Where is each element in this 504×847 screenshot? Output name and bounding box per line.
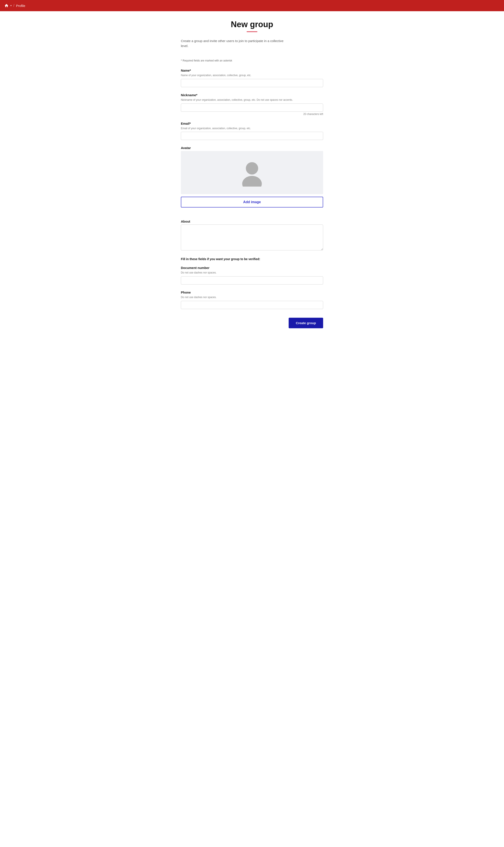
email-input[interactable]	[181, 132, 323, 140]
document-number-label: Document number	[181, 266, 323, 270]
about-label: About	[181, 219, 323, 223]
svg-point-0	[246, 162, 258, 175]
nickname-input[interactable]	[181, 104, 323, 112]
page-title: New group	[181, 20, 323, 29]
email-label: Email*	[181, 122, 323, 125]
avatar-field-group: Avatar Add image	[181, 146, 323, 213]
phone-label: Phone	[181, 290, 323, 294]
email-field-group: Email* Email of your organization, assoc…	[181, 122, 323, 140]
avatar-placeholder-icon	[238, 159, 266, 187]
about-textarea[interactable]	[181, 225, 323, 250]
create-group-button[interactable]: Create group	[289, 318, 323, 328]
main-content: New group Create a group and invite othe…	[177, 11, 327, 346]
breadcrumb[interactable]: Profile	[16, 4, 25, 7]
name-input[interactable]	[181, 79, 323, 87]
nickname-hint: Nickname of your organization, associati…	[181, 98, 323, 102]
phone-input[interactable]	[181, 301, 323, 309]
name-label: Name*	[181, 69, 323, 72]
nickname-field-group: Nickname* Nickname of your organization,…	[181, 93, 323, 116]
char-count: 20 characters left	[181, 112, 323, 116]
svg-point-1	[242, 176, 262, 187]
document-number-input[interactable]	[181, 276, 323, 284]
header-separator: /	[13, 4, 14, 7]
name-hint: Name of your organization, association, …	[181, 73, 323, 77]
name-field-group: Name* Name of your organization, associa…	[181, 69, 323, 87]
submit-area: Create group	[181, 318, 323, 328]
add-image-button[interactable]: Add image	[181, 197, 323, 208]
title-underline	[247, 31, 257, 32]
document-number-hint: Do not use dashes nor spaces.	[181, 271, 323, 275]
verification-section-label: Fill in these fields if you want your gr…	[181, 257, 323, 261]
home-icon[interactable]	[4, 3, 8, 8]
document-number-field-group: Document number Do not use dashes nor sp…	[181, 266, 323, 284]
page-description: Create a group and invite other users to…	[181, 39, 289, 48]
required-note: * Required fields are marked with an ast…	[181, 59, 323, 62]
nickname-label: Nickname*	[181, 93, 323, 97]
header-chevron-icon[interactable]: ▾	[10, 4, 12, 7]
new-group-form: Name* Name of your organization, associa…	[181, 69, 323, 328]
phone-field-group: Phone Do not use dashes nor spaces.	[181, 290, 323, 309]
avatar-preview	[181, 151, 323, 194]
app-header: ▾ / Profile	[0, 0, 504, 11]
avatar-label: Avatar	[181, 146, 323, 150]
phone-hint: Do not use dashes nor spaces.	[181, 296, 323, 299]
email-hint: Email of your organization, association,…	[181, 127, 323, 130]
about-field-group: About	[181, 219, 323, 251]
